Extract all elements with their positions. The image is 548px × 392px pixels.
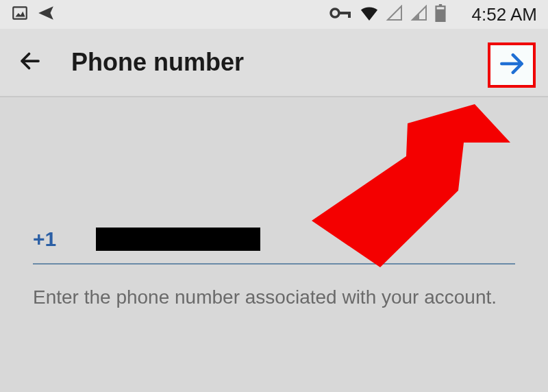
forward-arrow-icon — [497, 49, 527, 82]
status-bar: 4:52 AM — [0, 0, 548, 29]
status-left-icons — [11, 4, 55, 25]
svg-rect-7 — [436, 10, 445, 21]
status-clock: 4:52 AM — [472, 4, 537, 25]
status-right-icons: 4:52 AM — [329, 4, 537, 25]
country-code[interactable]: +1 — [33, 228, 56, 251]
back-arrow-icon — [18, 49, 42, 76]
svg-point-2 — [331, 9, 339, 17]
send-icon — [37, 4, 55, 25]
next-button[interactable] — [488, 42, 536, 88]
battery-icon — [435, 4, 446, 25]
wifi-icon — [360, 5, 379, 23]
back-button[interactable] — [16, 49, 44, 76]
cellular-signal-empty-icon — [386, 5, 403, 24]
svg-marker-1 — [16, 12, 25, 17]
phone-input-row[interactable]: +1 — [33, 97, 515, 265]
vpn-key-icon — [329, 6, 353, 23]
cellular-signal-partial-icon — [410, 5, 428, 24]
page-title: Phone number — [71, 48, 244, 77]
helper-text: Enter the phone number associated with y… — [33, 284, 515, 310]
content-area: +1 Enter the phone number associated wit… — [0, 97, 548, 310]
svg-rect-4 — [348, 12, 351, 18]
svg-rect-0 — [13, 7, 27, 19]
app-bar: Phone number — [0, 29, 548, 97]
phone-number-redacted — [96, 228, 260, 251]
picture-icon — [11, 4, 29, 25]
